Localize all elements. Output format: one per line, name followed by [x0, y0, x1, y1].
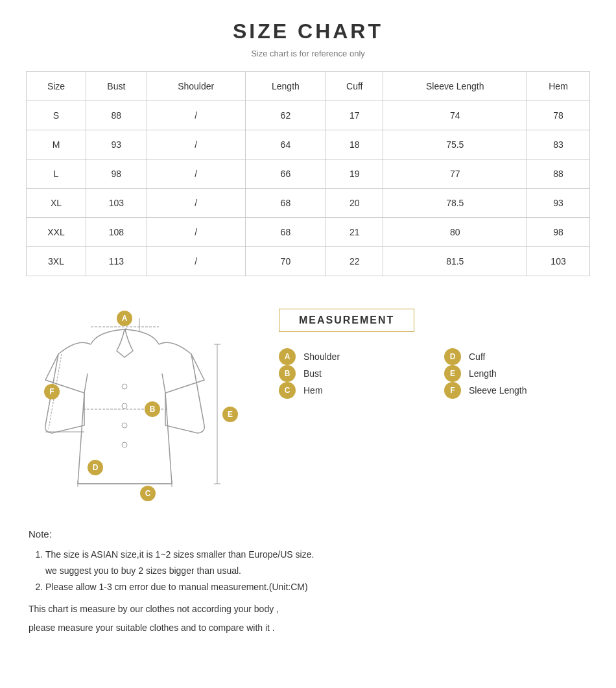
measurement-badge: D	[444, 348, 461, 365]
table-row: S88/62177478	[27, 101, 590, 130]
table-cell: /	[147, 218, 245, 247]
size-table: SizeBustShoulderLengthCuffSleeve LengthH…	[26, 71, 590, 276]
measurement-item: CHem	[279, 382, 425, 399]
table-cell: 22	[326, 247, 383, 276]
measurement-badge: E	[444, 365, 461, 382]
measurement-badge: B	[279, 365, 296, 382]
table-cell: 78	[527, 101, 590, 130]
measurement-label: Bust	[303, 368, 322, 379]
table-cell: /	[147, 101, 245, 130]
table-cell: 113	[86, 247, 147, 276]
page-title: SIZE CHART	[26, 19, 590, 43]
svg-point-3	[122, 442, 127, 447]
table-cell: 78.5	[383, 189, 527, 218]
svg-text:F: F	[49, 387, 54, 396]
measurement-item: AShoulder	[279, 348, 425, 365]
measurement-badge: F	[444, 382, 461, 399]
table-cell: 83	[527, 130, 590, 160]
table-header-cell: Shoulder	[147, 72, 245, 101]
table-cell: XXL	[27, 218, 86, 247]
table-cell: XL	[27, 189, 86, 218]
measurement-item: FSleeve Length	[444, 382, 590, 399]
table-cell: 21	[326, 218, 383, 247]
svg-point-1	[122, 403, 127, 409]
table-cell: 64	[245, 130, 326, 160]
table-header-cell: Size	[27, 72, 86, 101]
measurement-badge: C	[279, 382, 296, 399]
table-cell: /	[147, 160, 245, 189]
measurement-item: DCuff	[444, 348, 590, 365]
notes-list: The size is ASIAN size,it is 1~2 sizes s…	[26, 547, 590, 596]
table-cell: 19	[326, 160, 383, 189]
table-header-cell: Cuff	[326, 72, 383, 101]
svg-text:A: A	[122, 314, 128, 323]
table-cell: /	[147, 189, 245, 218]
table-cell: 70	[245, 247, 326, 276]
garment-svg: A B C D E	[26, 296, 266, 503]
note-1a: The size is ASIAN size,it is 1~2 sizes s…	[45, 549, 314, 560]
table-cell: 77	[383, 160, 527, 189]
table-cell: 68	[245, 218, 326, 247]
measurement-box: MEASUREMENT	[279, 309, 414, 332]
table-header-cell: Hem	[527, 72, 590, 101]
note-item-1: The size is ASIAN size,it is 1~2 sizes s…	[45, 547, 590, 579]
table-cell: 62	[245, 101, 326, 130]
measurement-label: Length	[469, 368, 497, 379]
table-cell: /	[147, 130, 245, 160]
subtitle: Size chart is for reference only	[26, 49, 590, 58]
measurement-label: Cuff	[469, 351, 485, 362]
table-header-cell: Bust	[86, 72, 147, 101]
table-cell: 20	[326, 189, 383, 218]
svg-text:D: D	[93, 463, 99, 472]
measurement-left: AShoulderBBustCHem	[279, 348, 425, 399]
table-header-cell: Sleeve Length	[383, 72, 527, 101]
table-cell: 66	[245, 160, 326, 189]
table-row: XXL108/68218098	[27, 218, 590, 247]
table-body: S88/62177478M93/641875.583L98/66197788XL…	[27, 101, 590, 276]
measurement-right: DCuffELengthFSleeve Length	[444, 348, 590, 399]
measurement-grid: AShoulderBBustCHem DCuffELengthFSleeve L…	[279, 348, 590, 399]
table-cell: 98	[86, 160, 147, 189]
note-1b: we suggest you to buy 2 sizes bigger tha…	[45, 565, 241, 576]
table-row: XL103/682078.593	[27, 189, 590, 218]
measurement-item: ELength	[444, 365, 590, 382]
table-cell: 3XL	[27, 247, 86, 276]
svg-point-0	[122, 384, 127, 389]
measurement-label: Sleeve Length	[469, 385, 527, 396]
measurement-item: BBust	[279, 365, 425, 382]
table-cell: 103	[527, 247, 590, 276]
table-cell: 93	[86, 130, 147, 160]
table-cell: M	[27, 130, 86, 160]
table-cell: 68	[245, 189, 326, 218]
note-item-2: Please allow 1-3 cm error due to manual …	[45, 579, 590, 595]
table-cell: 18	[326, 130, 383, 160]
svg-text:C: C	[145, 489, 151, 498]
table-cell: 74	[383, 101, 527, 130]
table-cell: S	[27, 101, 86, 130]
table-cell: 103	[86, 189, 147, 218]
notes-section: Note: The size is ASIAN size,it is 1~2 s…	[26, 525, 590, 636]
table-cell: 88	[527, 160, 590, 189]
measurement-label: Hem	[303, 385, 323, 396]
measurement-info: MEASUREMENT AShoulderBBustCHem DCuffELen…	[279, 296, 590, 399]
table-cell: L	[27, 160, 86, 189]
svg-text:B: B	[150, 405, 156, 414]
table-cell: 88	[86, 101, 147, 130]
table-header-cell: Length	[245, 72, 326, 101]
table-header: SizeBustShoulderLengthCuffSleeve LengthH…	[27, 72, 590, 101]
note-3b: please measure your suitable clothes and…	[29, 620, 590, 636]
table-cell: 108	[86, 218, 147, 247]
table-cell: 75.5	[383, 130, 527, 160]
measurement-label: Shoulder	[303, 351, 340, 362]
svg-text:E: E	[228, 410, 233, 419]
table-cell: /	[147, 247, 245, 276]
measurement-badge: A	[279, 348, 296, 365]
table-row: M93/641875.583	[27, 130, 590, 160]
table-row: L98/66197788	[27, 160, 590, 189]
table-row: 3XL113/702281.5103	[27, 247, 590, 276]
note-title: Note:	[29, 525, 590, 543]
table-cell: 81.5	[383, 247, 527, 276]
note-3a: This chart is measure by our clothes not…	[29, 601, 590, 617]
table-cell: 93	[527, 189, 590, 218]
table-cell: 80	[383, 218, 527, 247]
